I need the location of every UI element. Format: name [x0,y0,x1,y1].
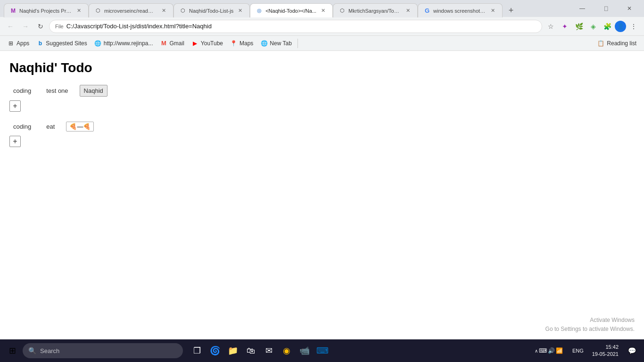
tab-close-5[interactable]: ✕ [404,7,412,15]
lang-text: ENG [572,348,584,354]
reading-list-button[interactable]: 📋 Reading list [594,38,640,49]
taskbar-search-box[interactable]: 🔍 Search [23,343,183,358]
tab-2[interactable]: ⬡ microverseinc/readme... ✕ [89,3,173,17]
tab-4[interactable]: ◎ <Naqhid-Todo></Na... ✕ [250,3,333,17]
chevron-up-icon: ∧ [535,348,538,354]
taskbar: ⊞ 🔍 Search ❐ 🌀 📁 🛍 ✉ ◉ 📹 ⌨ ∧ ⌨ 🔊 📶 ENG [0,339,644,362]
tab-favicon-6: G [424,8,430,14]
tab-close-1[interactable]: ✕ [75,7,83,15]
edge-icon[interactable]: 🌀 [206,342,223,359]
toolbar-actions: ☆ ✦ 🌿 ◈ 🧩 👤 ⋮ [544,20,640,33]
task-view-icon[interactable]: ❐ [189,342,206,359]
rejinpa-icon: 🌐 [95,40,101,47]
youtube-icon: ▶ [192,40,198,47]
gmail-label: Gmail [169,40,184,47]
apps-label: Apps [17,40,29,47]
forward-button[interactable]: → [19,20,32,33]
rejinpa-label: http://www.rejinpa... [104,40,153,47]
refresh-button[interactable]: ↻ [34,20,47,33]
favorites-icon[interactable]: ☆ [544,20,557,33]
tab-1[interactable]: M Naqhid's Projects Pro... ✕ [4,3,89,17]
address-bar[interactable]: File C:/Javascript/Todo-List-js/dist/ind… [49,20,542,33]
window-controls: — ⎕ ✕ [571,0,640,17]
zoom-icon[interactable]: 📹 [296,342,313,359]
bookmark-newtab[interactable]: 🌐 New Tab [257,38,295,49]
tab-title-6: windows screenshot sh... [433,8,486,14]
apps-icon: ⊞ [8,40,14,47]
todo-item-coding-2[interactable]: coding [9,121,35,132]
tab-favicon-3: ⬡ [180,8,186,14]
vscode-icon[interactable]: ⌨ [314,342,331,359]
tab-6[interactable]: G windows screenshot sh... ✕ [418,3,503,17]
bookmark-maps[interactable]: 📍 Maps [227,38,257,49]
tab-favicon-1: M [10,8,17,14]
extensions-icon[interactable]: 🧩 [601,20,614,33]
mail-icon[interactable]: ✉ [260,342,277,359]
tab-3[interactable]: ⬡ Naqhid/Todo-List-js ✕ [173,3,250,17]
profile-icon[interactable]: 👤 [615,21,626,32]
reading-list-label: Reading list [607,40,636,47]
toolbar: ← → ↻ File C:/Javascript/Todo-List-js/di… [0,17,644,36]
todo-item-emoji[interactable]: 🍕—🍕 [66,122,94,132]
todo-section-1: coding test one Naqhid + [9,85,635,112]
maximize-button[interactable]: ⎕ [595,0,617,17]
add-todo-button-2[interactable]: + [9,136,21,147]
tab-list: M Naqhid's Projects Pro... ✕ ⬡ microvers… [4,0,568,17]
tab-title-2: microverseinc/readme... [104,8,157,14]
chrome-icon[interactable]: ◉ [278,342,295,359]
start-icon: ⊞ [9,346,16,356]
newtab-icon: 🌐 [261,40,267,47]
todo-item-testone[interactable]: test one [42,85,72,96]
todo-item-coding-1[interactable]: coding [9,85,35,96]
reading-list-icon: 📋 [597,40,604,47]
network-icon: 📶 [556,347,563,354]
tab-close-6[interactable]: ✕ [489,7,496,15]
maps-label: Maps [239,40,253,47]
store-icon[interactable]: 🛍 [242,342,259,359]
extension-1-icon[interactable]: ✦ [558,20,571,33]
tab-title-4: <Naqhid-Todo></Na... [265,8,316,14]
todo-item-eat[interactable]: eat [42,121,58,132]
suggested-label: Suggested Sites [46,40,87,47]
tab-close-4[interactable]: ✕ [319,7,327,15]
extension-3-icon[interactable]: ◈ [586,20,600,33]
tab-favicon-4: ◎ [256,8,263,14]
bookmark-gmail[interactable]: M Gmail [157,38,188,49]
tab-favicon-5: ⬡ [339,8,346,14]
close-button[interactable]: ✕ [619,0,640,17]
page-title: Naqhid' Todo [9,60,635,75]
tab-close-2[interactable]: ✕ [160,7,167,15]
notification-icon[interactable]: 💬 [623,342,640,359]
back-button[interactable]: ← [4,20,17,33]
newtab-label: New Tab [270,40,291,47]
bookmark-apps[interactable]: ⊞ Apps [4,38,33,49]
bookmark-suggested[interactable]: b Suggested Sites [33,38,91,49]
bookmark-youtube[interactable]: ▶ YouTube [188,38,227,49]
system-clock[interactable]: 15:42 19-05-2021 [589,343,621,359]
todo-add-row-2: + [9,136,635,147]
tab-close-3[interactable]: ✕ [236,7,244,15]
lang-indicator[interactable]: ENG [569,346,587,355]
clock-date: 19-05-2021 [592,351,619,358]
search-label: Search [40,347,59,354]
gmail-icon: M [160,40,167,47]
tab-title-3: Naqhid/Todo-List-js [189,8,233,14]
menu-icon[interactable]: ⋮ [627,20,640,33]
bookmarks-separator [297,39,298,48]
system-tray[interactable]: ∧ ⌨ 🔊 📶 [531,346,567,356]
extension-2-icon[interactable]: 🌿 [572,20,586,33]
taskbar-right: ∧ ⌨ 🔊 📶 ENG 15:42 19-05-2021 💬 [531,342,640,359]
add-todo-button-1[interactable]: + [9,100,21,112]
start-button[interactable]: ⊞ [4,342,21,359]
tab-title-5: MkrtichSargsyan/Todo... [348,8,401,14]
todo-item-naqhid[interactable]: Naqhid [80,85,107,97]
maps-icon: 📍 [231,40,237,47]
minimize-button[interactable]: — [571,0,593,17]
file-explorer-icon[interactable]: 📁 [224,342,241,359]
tab-5[interactable]: ⬡ MkrtichSargsyan/Todo... ✕ [333,3,418,17]
todo-section-2: coding eat 🍕—🍕 + [9,121,635,147]
clock-time: 15:42 [605,344,619,351]
todo-add-row-1: + [9,100,635,112]
bookmark-rejinpa[interactable]: 🌐 http://www.rejinpa... [91,38,157,49]
new-tab-button[interactable]: + [504,4,518,17]
